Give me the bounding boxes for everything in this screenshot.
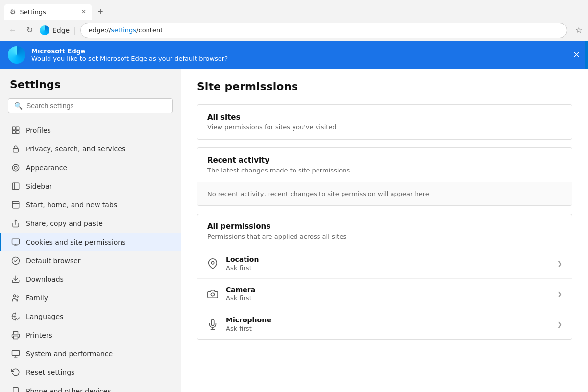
new-tab-button[interactable]: + (94, 5, 107, 19)
svg-point-25 (211, 261, 214, 264)
downloads-label: Downloads (26, 275, 64, 283)
reload-button[interactable]: ↻ (24, 24, 36, 37)
edge-icon (40, 25, 49, 35)
svg-rect-9 (12, 201, 19, 208)
share-label: Share, copy and paste (26, 220, 103, 227)
browser-chrome: ⚙ Settings ✕ + ← ↻ Edge | edge://setting… (0, 0, 588, 69)
sidebar-item-reset[interactable]: Reset settings (0, 363, 181, 382)
svg-point-26 (211, 293, 214, 296)
notification-bar: Microsoft Edge Would you like to set Mic… (0, 41, 588, 69)
system-icon (11, 349, 20, 358)
camera-status: Ask first (226, 294, 549, 302)
svg-rect-1 (16, 127, 19, 130)
sidebar-item-phone[interactable]: Phone and other devices (0, 382, 181, 392)
all-sites-description: View permissions for sites you've visite… (207, 123, 562, 131)
address-page: settings (111, 26, 136, 34)
permission-item-location[interactable]: Location Ask first ❯ (197, 248, 572, 279)
privacy-label: Privacy, search, and services (26, 145, 125, 153)
sidebar-item-cookies[interactable]: Cookies and site permissions (0, 233, 181, 251)
camera-name: Camera (226, 286, 549, 294)
system-label: System and performance (26, 350, 113, 358)
sidebar-item-privacy[interactable]: Privacy, search, and services (0, 140, 181, 158)
edge-logo-large (8, 46, 25, 64)
all-sites-header: All sites View permissions for sites you… (197, 105, 572, 139)
all-sites-card[interactable]: All sites View permissions for sites you… (197, 104, 572, 140)
location-chevron-icon: ❯ (557, 260, 562, 267)
location-info: Location Ask first (226, 255, 549, 271)
svg-rect-3 (16, 131, 19, 134)
search-icon: 🔍 (14, 102, 23, 110)
svg-rect-20 (12, 350, 20, 356)
svg-point-15 (12, 257, 20, 265)
family-label: Family (26, 294, 48, 302)
notification-text: Microsoft Edge Would you like to set Mic… (31, 48, 228, 62)
page-title: Site permissions (197, 80, 572, 93)
sidebar-item-sidebar[interactable]: Sidebar (0, 177, 181, 196)
camera-icon (207, 289, 218, 299)
downloads-icon (11, 275, 20, 284)
notification-close-button[interactable]: ✕ (573, 49, 580, 60)
svg-point-6 (14, 166, 17, 169)
sidebar-item-languages[interactable]: Languages (0, 307, 181, 326)
printers-icon (11, 331, 20, 340)
tab-close-button[interactable]: ✕ (81, 8, 86, 15)
address-bar[interactable]: edge://settings/content (80, 23, 567, 38)
sidebar-item-start[interactable]: Start, home, and new tabs (0, 196, 181, 214)
settings-title: Settings (0, 78, 181, 98)
sidebar-item-downloads[interactable]: Downloads (0, 270, 181, 289)
settings-tab-icon: ⚙ (10, 8, 16, 16)
phone-label: Phone and other devices (26, 387, 111, 392)
notification-title: Microsoft Edge (31, 48, 228, 55)
svg-point-18 (17, 296, 18, 297)
cookies-label: Cookies and site permissions (26, 238, 126, 246)
default-browser-label: Default browser (26, 257, 81, 265)
back-button[interactable]: ← (6, 24, 20, 37)
phone-icon (11, 387, 20, 392)
camera-chevron-icon: ❯ (557, 291, 562, 297)
sidebar-item-default-browser[interactable]: Default browser (0, 251, 181, 270)
tab-label: Settings (20, 8, 46, 16)
sidebar-item-family[interactable]: Family (0, 289, 181, 307)
cookies-icon (11, 238, 20, 246)
sidebar-icon (11, 182, 20, 191)
profiles-icon (11, 126, 20, 135)
sidebar-item-system[interactable]: System and performance (0, 344, 181, 363)
nav-divider: | (74, 25, 76, 35)
active-tab[interactable]: ⚙ Settings ✕ (4, 4, 92, 20)
location-status: Ask first (226, 264, 549, 271)
microphone-info: Microphone Ask first (226, 316, 549, 332)
microphone-icon (207, 319, 218, 330)
camera-info: Camera Ask first (226, 286, 549, 302)
sidebar-item-profiles[interactable]: Profiles (0, 121, 181, 140)
notification-message: Would you like to set Microsoft Edge as … (31, 55, 228, 62)
location-name: Location (226, 255, 549, 263)
tab-bar: ⚙ Settings ✕ + (0, 0, 588, 20)
languages-icon (11, 312, 20, 321)
nav-bar: ← ↻ Edge | edge://settings/content ☆ (0, 20, 588, 41)
permission-item-microphone[interactable]: Microphone Ask first ❯ (197, 309, 572, 339)
search-input[interactable] (26, 102, 167, 110)
search-box[interactable]: 🔍 (8, 98, 173, 113)
recent-activity-body: No recent activity, recent changes to si… (197, 182, 572, 205)
sidebar-item-share[interactable]: Share, copy and paste (0, 214, 181, 233)
recent-activity-empty-message: No recent activity, recent changes to si… (207, 190, 429, 197)
all-sites-title: All sites (207, 113, 562, 122)
sidebar-item-appearance[interactable]: Appearance (0, 158, 181, 177)
reset-label: Reset settings (26, 368, 74, 376)
favorites-button[interactable]: ☆ (575, 25, 582, 35)
sidebar-item-printers[interactable]: Printers (0, 326, 181, 344)
content-area: Site permissions All sites View permissi… (181, 69, 588, 392)
svg-point-5 (12, 164, 19, 171)
notification-accent-bar (585, 41, 588, 69)
permissions-header: All permissions Permissions that are app… (197, 214, 572, 248)
main-layout: Settings 🔍 Profiles Privacy, search, and… (0, 69, 588, 392)
location-icon (207, 258, 218, 269)
permission-item-camera[interactable]: Camera Ask first ❯ (197, 279, 572, 309)
svg-rect-2 (12, 131, 15, 134)
appearance-label: Appearance (26, 164, 67, 172)
reset-icon (11, 368, 20, 377)
microphone-name: Microphone (226, 316, 549, 324)
start-icon (11, 200, 20, 209)
edge-logo: Edge (40, 25, 70, 35)
privacy-icon (11, 145, 20, 153)
